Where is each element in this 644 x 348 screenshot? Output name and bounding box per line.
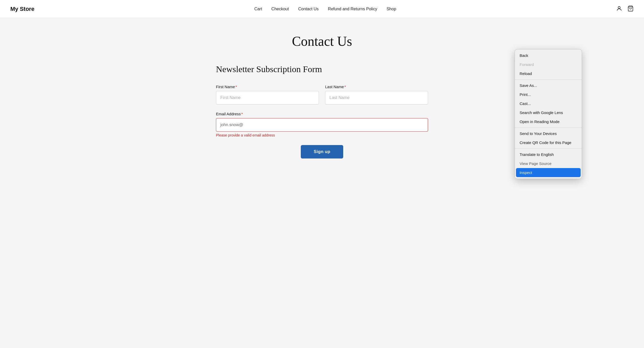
context-menu-cast[interactable]: Cast... [515,99,582,108]
first-name-group: First Name* [216,85,319,104]
nav-links: Cart Checkout Contact Us Refund and Retu… [254,7,396,11]
nav-cart[interactable]: Cart [254,7,262,11]
signup-button[interactable]: Sign up [301,145,343,158]
email-input[interactable] [216,118,428,132]
separator-1 [515,79,582,80]
context-menu-reload[interactable]: Reload [515,69,582,78]
last-name-label: Last Name* [325,85,428,89]
last-name-group: Last Name* [325,85,428,104]
context-menu-inspect[interactable]: Inspect [516,168,581,177]
nav-shop[interactable]: Shop [386,7,396,11]
context-menu-reading-mode[interactable]: Open in Reading Mode [515,117,582,126]
cart-icon[interactable] [627,5,634,13]
brand-logo[interactable]: My Store [10,6,34,12]
first-name-input[interactable] [216,91,319,104]
email-label: Email Address* [216,112,428,116]
context-menu-save-as[interactable]: Save As... [515,81,582,90]
first-name-required: * [235,85,237,89]
context-menu-translate[interactable]: Translate to English [515,150,582,159]
page-title: Contact Us [216,34,428,49]
separator-3 [515,148,582,149]
separator-2 [515,127,582,128]
first-name-label: First Name* [216,85,319,89]
context-menu-google-lens[interactable]: Search with Google Lens [515,108,582,117]
nav-refund[interactable]: Refund and Returns Policy [328,7,377,11]
context-menu-qr-code[interactable]: Create QR Code for this Page [515,138,582,147]
nav-checkout[interactable]: Checkout [271,7,289,11]
svg-point-0 [618,6,620,9]
email-required: * [241,112,243,116]
last-name-required: * [345,85,346,89]
context-menu-print[interactable]: Print... [515,90,582,99]
context-menu-view-source[interactable]: View Page Source [515,159,582,168]
context-menu-forward: Forward [515,60,582,69]
email-error-message: Please provide a valid email address [216,133,428,137]
name-row: First Name* Last Name* [216,85,428,104]
navbar: My Store Cart Checkout Contact Us Refund… [0,0,644,18]
form-section-title: Newsletter Subscription Form [216,64,428,74]
context-menu[interactable]: Back Forward Reload Save As... Print... … [515,49,582,179]
last-name-input[interactable] [325,91,428,104]
email-group: Email Address* [216,112,428,132]
main-content: Contact Us Newsletter Subscription Form … [206,18,438,179]
user-icon[interactable] [616,5,622,13]
context-menu-back[interactable]: Back [515,51,582,60]
navbar-icon-group [616,5,634,13]
nav-contact[interactable]: Contact Us [298,7,319,11]
context-menu-send-devices[interactable]: Send to Your Devices [515,129,582,138]
